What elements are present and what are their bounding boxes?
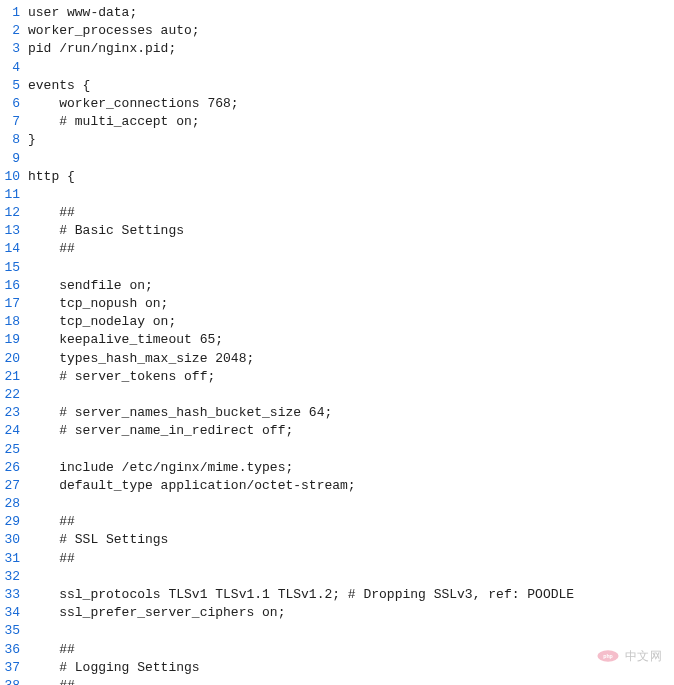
code-line: 30 # SSL Settings xyxy=(0,531,674,549)
line-content: include /etc/nginx/mime.types; xyxy=(28,459,293,477)
code-line: 29 ## xyxy=(0,513,674,531)
code-line: 31 ## xyxy=(0,550,674,568)
code-line: 38 ## xyxy=(0,677,674,685)
line-content: ## xyxy=(28,550,75,568)
line-content: types_hash_max_size 2048; xyxy=(28,350,254,368)
line-number: 7 xyxy=(0,113,28,131)
line-number: 21 xyxy=(0,368,28,386)
line-number: 10 xyxy=(0,168,28,186)
code-line: 15 xyxy=(0,259,674,277)
line-number: 30 xyxy=(0,531,28,549)
line-number: 3 xyxy=(0,40,28,58)
line-number: 37 xyxy=(0,659,28,677)
line-number: 11 xyxy=(0,186,28,204)
code-line: 3pid /run/nginx.pid; xyxy=(0,40,674,58)
line-number: 31 xyxy=(0,550,28,568)
code-line: 27 default_type application/octet-stream… xyxy=(0,477,674,495)
line-content: ## xyxy=(28,641,75,659)
line-number: 18 xyxy=(0,313,28,331)
line-content: tcp_nopush on; xyxy=(28,295,168,313)
line-number: 26 xyxy=(0,459,28,477)
line-number: 28 xyxy=(0,495,28,513)
line-number: 32 xyxy=(0,568,28,586)
line-number: 24 xyxy=(0,422,28,440)
line-number: 17 xyxy=(0,295,28,313)
line-content: default_type application/octet-stream; xyxy=(28,477,356,495)
code-line: 23 # server_names_hash_bucket_size 64; xyxy=(0,404,674,422)
code-line: 24 # server_name_in_redirect off; xyxy=(0,422,674,440)
line-content: ## xyxy=(28,513,75,531)
code-line: 36 ## xyxy=(0,641,674,659)
watermark: php 中文网 xyxy=(597,645,663,667)
line-content: pid /run/nginx.pid; xyxy=(28,40,176,58)
code-line: 21 # server_tokens off; xyxy=(0,368,674,386)
line-number: 15 xyxy=(0,259,28,277)
code-line: 26 include /etc/nginx/mime.types; xyxy=(0,459,674,477)
code-line: 16 sendfile on; xyxy=(0,277,674,295)
line-number: 33 xyxy=(0,586,28,604)
code-line: 14 ## xyxy=(0,240,674,258)
code-line: 2worker_processes auto; xyxy=(0,22,674,40)
line-number: 38 xyxy=(0,677,28,685)
php-logo-icon: php xyxy=(597,645,619,667)
line-number: 13 xyxy=(0,222,28,240)
line-content: # Basic Settings xyxy=(28,222,184,240)
line-content: # multi_accept on; xyxy=(28,113,200,131)
line-number: 9 xyxy=(0,150,28,168)
code-line: 37 # Logging Settings xyxy=(0,659,674,677)
code-line: 35 xyxy=(0,622,674,640)
line-number: 16 xyxy=(0,277,28,295)
code-line: 32 xyxy=(0,568,674,586)
line-number: 35 xyxy=(0,622,28,640)
line-content: # server_names_hash_bucket_size 64; xyxy=(28,404,332,422)
code-line: 6 worker_connections 768; xyxy=(0,95,674,113)
line-content: # server_tokens off; xyxy=(28,368,215,386)
line-number: 14 xyxy=(0,240,28,258)
line-content: user www-data; xyxy=(28,4,137,22)
code-line: 17 tcp_nopush on; xyxy=(0,295,674,313)
line-number: 25 xyxy=(0,441,28,459)
code-line: 8} xyxy=(0,131,674,149)
line-number: 1 xyxy=(0,4,28,22)
line-number: 36 xyxy=(0,641,28,659)
code-line: 19 keepalive_timeout 65; xyxy=(0,331,674,349)
line-content: tcp_nodelay on; xyxy=(28,313,176,331)
code-line: 18 tcp_nodelay on; xyxy=(0,313,674,331)
line-content: } xyxy=(28,131,36,149)
line-number: 27 xyxy=(0,477,28,495)
code-line: 33 ssl_protocols TLSv1 TLSv1.1 TLSv1.2; … xyxy=(0,586,674,604)
line-content: # server_name_in_redirect off; xyxy=(28,422,293,440)
code-line: 12 ## xyxy=(0,204,674,222)
line-number: 6 xyxy=(0,95,28,113)
code-line: 25 xyxy=(0,441,674,459)
line-number: 22 xyxy=(0,386,28,404)
code-line: 28 xyxy=(0,495,674,513)
line-content: sendfile on; xyxy=(28,277,153,295)
svg-text:php: php xyxy=(603,653,613,659)
code-line: 5events { xyxy=(0,77,674,95)
line-content: http { xyxy=(28,168,75,186)
line-number: 4 xyxy=(0,59,28,77)
line-number: 23 xyxy=(0,404,28,422)
line-content: ## xyxy=(28,204,75,222)
line-number: 5 xyxy=(0,77,28,95)
line-content: events { xyxy=(28,77,90,95)
line-number: 34 xyxy=(0,604,28,622)
line-content: ## xyxy=(28,677,75,685)
line-content: ssl_protocols TLSv1 TLSv1.1 TLSv1.2; # D… xyxy=(28,586,574,604)
code-line: 7 # multi_accept on; xyxy=(0,113,674,131)
code-line: 20 types_hash_max_size 2048; xyxy=(0,350,674,368)
line-content: ssl_prefer_server_ciphers on; xyxy=(28,604,285,622)
line-content: # SSL Settings xyxy=(28,531,168,549)
code-line: 13 # Basic Settings xyxy=(0,222,674,240)
line-content: # Logging Settings xyxy=(28,659,200,677)
code-line: 34 ssl_prefer_server_ciphers on; xyxy=(0,604,674,622)
line-number: 19 xyxy=(0,331,28,349)
code-block: 1user www-data;2worker_processes auto;3p… xyxy=(0,4,674,685)
code-line: 22 xyxy=(0,386,674,404)
line-content: ## xyxy=(28,240,75,258)
line-content: keepalive_timeout 65; xyxy=(28,331,223,349)
code-line: 4 xyxy=(0,59,674,77)
line-number: 12 xyxy=(0,204,28,222)
line-number: 8 xyxy=(0,131,28,149)
